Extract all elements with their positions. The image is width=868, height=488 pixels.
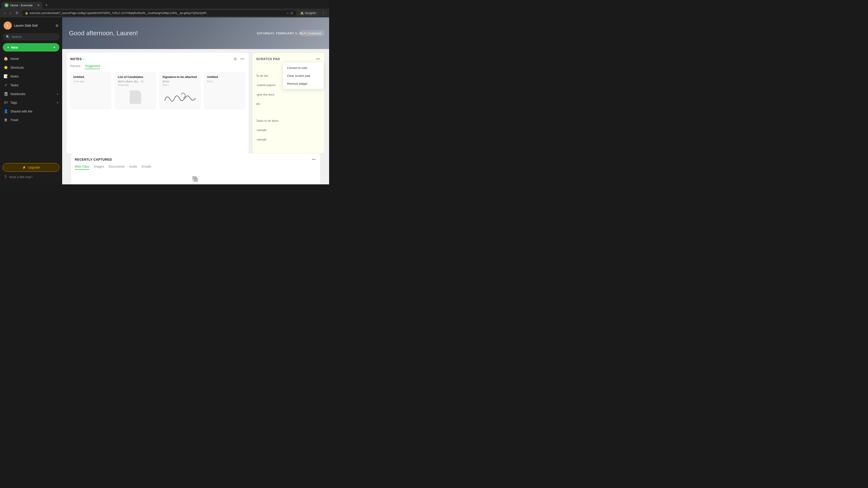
search-icon: 🔍 [6,35,10,39]
help-icon: ❓ [4,175,7,179]
rc-tab-audio[interactable]: Audio [129,165,137,170]
customize-icon: 🏠 [303,32,306,35]
signature-svg [162,89,197,105]
sidebar-profile: L Lauren Dale Deli ⚙ [0,20,62,32]
main-scroll[interactable]: NOTES › ⊞ ••• Recent Suggested [62,49,329,184]
signature-preview [162,88,197,106]
star-icon: ★ [193,184,196,184]
notes-widget: NOTES › ⊞ ••• Recent Suggested [67,53,249,153]
note-tags: @john @jane @g... +2 [118,80,153,83]
scratch-line8: -sample [256,138,267,141]
incognito-label: Incognito [305,11,316,15]
note-card[interactable]: Untitled 1 min ago [70,72,111,109]
note-card[interactable]: Signature-to be attached @sam Feb 1 [160,72,200,109]
sidebar-item-tasks[interactable]: ✓ Tasks [0,80,62,90]
note-title: List of Candidates [118,75,153,78]
shortcuts-icon: ⭐ [4,65,8,70]
dropdown-item-convert[interactable]: Convert to note [283,64,324,72]
note-tags: @sam [162,80,197,83]
rc-empty-state: 🐘 ★ ✦ [192,175,199,184]
new-button-label: New [11,45,18,49]
dropdown-item-clear[interactable]: Clear scratch pad [283,72,324,80]
shared-icon: 👤 [4,109,8,113]
tab-suggested[interactable]: Suggested [85,64,100,69]
note-card[interactable]: List of Candidates @john @jane @g... +2 … [115,72,156,109]
scratch-pad-actions: ••• [315,57,321,61]
back-button[interactable]: ‹ [3,10,6,16]
scratch-pad-title: SCRATCH PAD ••• [256,57,321,61]
scratch-pad-title-text: SCRATCH PAD [256,57,280,61]
search-box[interactable]: 🔍 Search [3,33,59,40]
tab-recent[interactable]: Recent [70,64,80,69]
hero-date: SATURDAY, FEBRUARY 3, 2024 [257,32,307,35]
sidebar-item-tasks-label: Tasks [10,84,19,87]
scratch-line4: etc. [256,102,261,105]
sidebar-item-notebooks-label: Notebooks [10,92,26,96]
reload-button[interactable]: ↻ [14,10,20,16]
scratch-pad-more-button[interactable]: ••• [315,57,321,61]
sidebar-item-tags-label: Tags [10,101,17,104]
rc-tab-webclips[interactable]: Web Clips [75,165,89,170]
tags-expand-icon: ▸ [57,101,59,104]
upgrade-label: Upgrade [28,166,40,169]
tab-close-button[interactable]: ✕ [37,3,40,7]
sidebar-item-trash[interactable]: 🗑 Trash [0,116,62,124]
hero-greeting: Good afternoon, Lauren! [69,30,138,37]
customize-label: Customize [308,32,321,35]
rc-content: 🐘 ★ ✦ [75,172,316,184]
sidebar-item-trash-label: Trash [10,118,18,122]
note-card[interactable]: Untitled Feb 1 [204,72,245,109]
note-title: Untitled [207,75,242,78]
tab-bar: 🐘 Home - Evernote ✕ + [0,0,329,8]
forward-button[interactable]: › [8,10,12,16]
scratch-section-2: Tasks to be done -sample -sample [256,114,321,142]
notes-title-text: NOTES [70,57,82,61]
sidebar-item-shared[interactable]: 👤 Shared with Me [0,107,62,116]
notes-widget-more-button[interactable]: ••• [239,56,245,61]
incognito-icon: 🕵 [301,11,304,15]
new-tab-button[interactable]: + [43,2,50,8]
help-item[interactable]: ❓ Need a little help? [3,173,59,181]
sidebar-item-notebooks[interactable]: 📓 Notebooks ▸ [0,90,62,98]
address-bar[interactable]: 🔒 evernote.com/client/web?_sourcePage=ze… [22,10,297,16]
menu-button[interactable]: ⋮ [320,10,327,16]
browser-chrome: 🐘 Home - Evernote ✕ + ‹ › ↻ 🔒 evernote.c… [0,0,329,18]
rc-tab-images[interactable]: Images [94,165,104,170]
notebooks-icon: 📓 [4,92,8,96]
incognito-badge: 🕵 Incognito [298,11,318,15]
notes-widget-header: NOTES › ⊞ ••• [70,56,245,61]
notes-widget-actions: ⊞ ••• [233,56,245,61]
notes-grid: Untitled 1 min ago List of Candidates @j… [70,72,245,109]
sidebar-item-tags[interactable]: 🏷 Tags ▸ [0,98,62,107]
upgrade-button[interactable]: ⚡ Upgrade [3,163,59,172]
home-icon: 🏠 [4,57,8,61]
rc-tab-emails[interactable]: Emails [142,165,151,170]
scratch-pad-dropdown-menu: Convert to note Clear scratch pad Remove… [283,63,324,89]
recently-captured-widget: RECENTLY CAPTURED ••• Web Clips Images D… [71,153,320,184]
new-button[interactable]: + New ▾ [3,43,59,52]
file-icon [130,90,141,104]
scratch-line6: Tasks to be done [256,119,278,123]
sidebar-item-home-label: Home [10,57,19,61]
nav-bar: ‹ › ↻ 🔒 evernote.com/client/web?_sourceP… [0,8,329,18]
notebooks-expand-icon: ▸ [57,92,59,96]
sidebar-item-shortcuts[interactable]: ⭐ Shortcuts [0,63,62,72]
sidebar-item-shortcuts-label: Shortcuts [10,66,24,69]
active-tab[interactable]: 🐘 Home - Evernote ✕ [2,2,42,8]
notes-widget-view-button[interactable]: ⊞ [233,56,238,61]
scratch-line7: -sample [256,128,267,132]
rc-tabs: Web Clips Images Documents Audio Emails [75,165,316,170]
new-button-plus: + [7,45,9,49]
note-preview [118,88,153,106]
widgets-row: NOTES › ⊞ ••• Recent Suggested [62,49,329,153]
dropdown-item-remove[interactable]: Remove widget [283,80,324,88]
sidebar-item-shared-label: Shared with Me [10,109,32,113]
sidebar-item-home[interactable]: 🏠 Home [0,54,62,63]
avatar: L [4,22,12,30]
rc-more-button[interactable]: ••• [311,157,316,162]
sidebar-item-notes[interactable]: 📝 Notes [0,72,62,80]
settings-icon[interactable]: ⚙ [55,24,59,28]
rc-tab-documents[interactable]: Documents [108,165,125,170]
customize-button[interactable]: 🏠 Customize [300,30,324,36]
rc-decoration-stars: ★ ✦ [193,184,198,184]
